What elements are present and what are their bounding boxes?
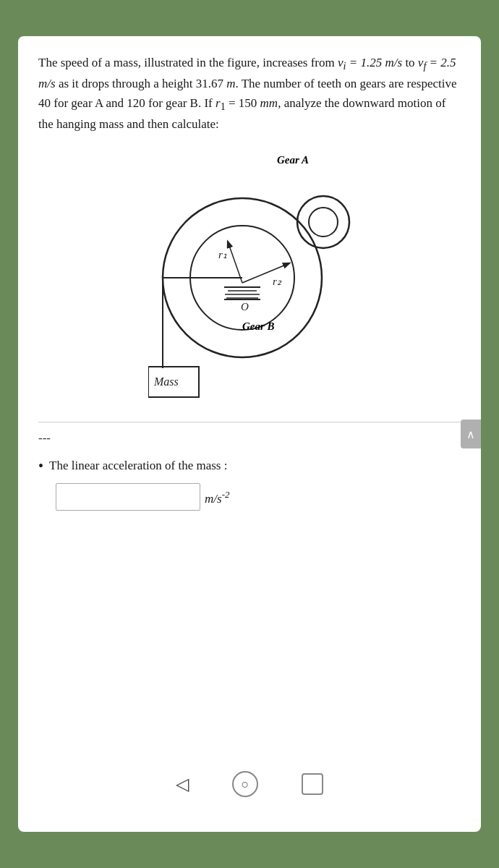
svg-text:r₁: r₁ [218, 249, 227, 260]
unit-text: m/s [205, 491, 222, 505]
bullet-dot-1: • [38, 459, 43, 473]
bullet-text-1: The linear acceleration of the mass : [49, 459, 227, 473]
unit-exponent: -2 [222, 489, 230, 500]
gear-a-label: Gear A [277, 154, 309, 166]
unit-label-1: m/s-2 [205, 489, 229, 506]
problem-text: The speed of a mass, illustrated in the … [38, 54, 461, 134]
svg-text:r₂: r₂ [273, 276, 282, 287]
nav-square-button[interactable] [302, 773, 323, 795]
svg-text:Mass: Mass [153, 375, 179, 388]
svg-line-11 [228, 242, 242, 283]
nav-bar: ◁ ○ [38, 751, 461, 797]
svg-line-13 [242, 263, 289, 283]
gear-diagram: O r₁ r₂ [148, 166, 380, 404]
svg-text:O: O [241, 301, 249, 312]
scroll-up-icon: ∧ [466, 427, 475, 441]
nav-home-button[interactable]: ○ [232, 771, 258, 797]
figure-area: Gear A O [38, 154, 461, 400]
answer-row-1: m/s-2 [56, 483, 461, 511]
nav-back-button[interactable]: ◁ [176, 774, 189, 794]
bullet-section: • The linear acceleration of the mass : … [38, 459, 461, 511]
bullet-item-1: • The linear acceleration of the mass : [38, 459, 461, 473]
divider [38, 422, 461, 422]
gear-b-label: Gear B [242, 320, 275, 333]
svg-point-3 [309, 208, 338, 237]
svg-point-2 [297, 196, 349, 248]
vi-symbol: vi = 1.25 m/s [338, 56, 402, 69]
dashes-text: --- [38, 431, 461, 446]
scroll-up-btn[interactable]: ∧ [461, 420, 481, 448]
main-card: The speed of a mass, illustrated in the … [18, 36, 481, 832]
answer-input-1[interactable] [56, 483, 200, 511]
